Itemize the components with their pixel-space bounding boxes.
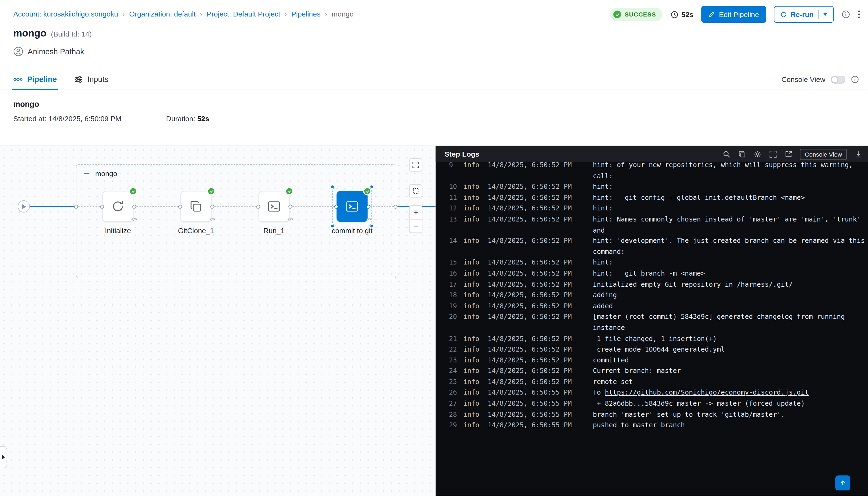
- started-at: Started at: 14/8/2025, 6:50:09 PM: [13, 115, 121, 123]
- log-level: info: [463, 301, 488, 312]
- log-line: instance: [436, 323, 868, 334]
- left-panel-expand-handle[interactable]: [0, 446, 7, 468]
- stage-group-label: mongo: [95, 169, 117, 178]
- clock-icon: [670, 10, 679, 19]
- log-level: [463, 225, 488, 236]
- log-num: 13: [449, 214, 463, 225]
- kebab-menu-icon[interactable]: [858, 10, 860, 19]
- tab-pipeline[interactable]: Pipeline: [13, 69, 57, 90]
- log-msg: pushed to master branch: [593, 420, 868, 431]
- log-time: 14/8/2025, 6:50:55 PM: [488, 409, 593, 420]
- log-level: info: [463, 409, 488, 420]
- avatar-icon: [13, 47, 23, 57]
- connector-port: [100, 204, 104, 208]
- download-icon[interactable]: [854, 150, 863, 158]
- collapse-icon[interactable]: [83, 170, 90, 177]
- breadcrumb-link[interactable]: Account: kurosakiichigo.songoku: [13, 10, 118, 18]
- log-level: info: [463, 312, 488, 323]
- log-level: info: [463, 279, 488, 290]
- clone-icon: [189, 199, 203, 214]
- log-time: 14/8/2025, 6:50:52 PM: [488, 377, 593, 388]
- log-time: 14/8/2025, 6:50:55 PM: [488, 388, 593, 399]
- main-area: mongo: [0, 145, 868, 496]
- log-link[interactable]: https://github.com/Sonichigo/economy-dis…: [605, 389, 809, 397]
- pipeline-node-commit-to-git[interactable]: </> commit to git: [337, 191, 368, 222]
- log-level: [463, 247, 488, 258]
- zoom-out-button[interactable]: [409, 219, 422, 232]
- pipeline-node-run[interactable]: </> Run_1: [259, 191, 290, 222]
- log-level: info: [463, 420, 488, 431]
- log-time: 14/8/2025, 6:50:52 PM: [488, 355, 593, 366]
- node-box[interactable]: </>: [103, 191, 134, 222]
- connector-port: [74, 204, 78, 208]
- tab-inputs[interactable]: Inputs: [74, 69, 108, 90]
- breadcrumb-link[interactable]: Pipelines: [291, 10, 321, 18]
- connector-line: [370, 206, 393, 207]
- search-icon[interactable]: [723, 150, 731, 158]
- pipeline-start-button[interactable]: [18, 200, 30, 213]
- log-rows: 9info14/8/2025, 6:50:52 PMhint: of your …: [436, 162, 868, 431]
- pipeline-node-gitclone[interactable]: </> GitClone_1: [181, 191, 212, 222]
- log-line: 23info14/8/2025, 6:50:52 PMcommitted: [436, 355, 868, 366]
- log-num: 10: [449, 182, 463, 192]
- chevron-down-icon[interactable]: [823, 13, 827, 16]
- connector-line: [30, 206, 76, 207]
- log-num: [449, 225, 463, 236]
- info-icon[interactable]: [851, 75, 859, 83]
- author-row: Animesh Pathak: [13, 47, 84, 57]
- tab-bar: Pipeline Inputs Console View: [0, 69, 868, 90]
- edit-pipeline-button[interactable]: Edit Pipeline: [701, 6, 766, 23]
- console-view-toggle[interactable]: [831, 75, 845, 83]
- settings-gear-icon[interactable]: [753, 150, 762, 158]
- log-level: [463, 171, 488, 182]
- rerun-button[interactable]: Re-run: [774, 6, 834, 23]
- log-level: info: [463, 290, 488, 301]
- external-link-icon[interactable]: [785, 150, 793, 158]
- zoom-in-button[interactable]: [409, 206, 422, 219]
- connector-port: [288, 204, 292, 208]
- log-msg: remote set: [593, 377, 868, 388]
- connector-port: [178, 204, 182, 208]
- log-level: info: [463, 258, 488, 268]
- breadcrumb-link[interactable]: Organization: default: [129, 10, 196, 18]
- node-box[interactable]: </>: [181, 191, 212, 222]
- log-line: 26info14/8/2025, 6:50:55 PMTo https://gi…: [436, 388, 868, 399]
- log-line: 29info14/8/2025, 6:50:55 PMpushed to mas…: [436, 420, 868, 431]
- harness-execution-page: Account: kurosakiichigo.songoku›Organiza…: [0, 0, 868, 496]
- log-level: [463, 323, 488, 334]
- success-check-icon: [129, 187, 137, 196]
- log-msg: branch 'master' set up to track 'gitlab/…: [593, 409, 868, 420]
- copy-icon[interactable]: [738, 150, 746, 158]
- edit-pipeline-label: Edit Pipeline: [719, 10, 759, 19]
- log-scroll-area[interactable]: 9info14/8/2025, 6:50:52 PMhint: of your …: [436, 162, 868, 496]
- pipeline-node-initialize[interactable]: </> Initialize: [103, 191, 134, 222]
- log-msg: 1 file changed, 1 insertion(+): [593, 334, 868, 344]
- connector-line: [78, 206, 100, 207]
- node-box[interactable]: </>: [259, 191, 290, 222]
- log-time: [488, 225, 593, 236]
- scroll-to-top-button[interactable]: [835, 476, 850, 490]
- log-time: 14/8/2025, 6:50:52 PM: [488, 268, 593, 279]
- fullscreen-icon[interactable]: [769, 150, 777, 158]
- log-num: 16: [449, 268, 463, 279]
- log-time: 14/8/2025, 6:50:52 PM: [488, 279, 593, 290]
- breadcrumb-separator: ›: [123, 10, 125, 18]
- log-time: 14/8/2025, 6:50:52 PM: [488, 344, 593, 355]
- canvas-selection-button[interactable]: [409, 184, 422, 198]
- canvas-fullscreen-button[interactable]: [409, 158, 422, 171]
- log-line: 17info14/8/2025, 6:50:52 PMInitialized e…: [436, 279, 868, 290]
- pipeline-canvas[interactable]: mongo: [0, 146, 436, 496]
- author-name: Animesh Pathak: [28, 47, 84, 56]
- log-line: 21info14/8/2025, 6:50:52 PM 1 file chang…: [436, 334, 868, 344]
- log-level: info: [463, 355, 488, 366]
- rerun-label: Re-run: [791, 10, 814, 19]
- log-time: [488, 247, 593, 258]
- log-num: 14: [449, 236, 463, 247]
- console-view-button[interactable]: Console View: [800, 149, 847, 159]
- log-line: 25info14/8/2025, 6:50:52 PMremote set: [436, 377, 868, 388]
- log-toolbar: Console View: [723, 149, 863, 159]
- info-icon[interactable]: [841, 10, 850, 19]
- node-box[interactable]: </>: [337, 191, 368, 222]
- breadcrumb-link[interactable]: Project: Default Project: [207, 10, 280, 18]
- log-msg: hint: git config --global init.defaultBr…: [593, 192, 868, 203]
